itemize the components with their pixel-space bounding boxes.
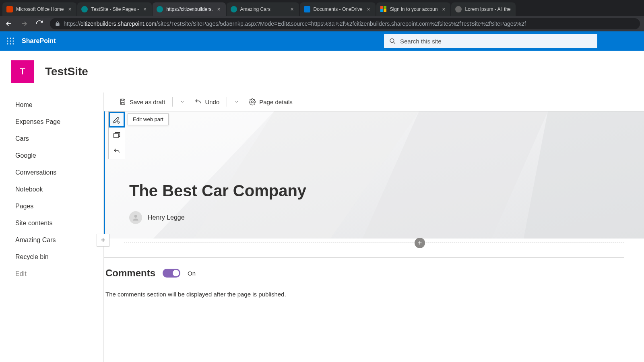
divider: [172, 97, 173, 107]
undo-icon: [194, 98, 202, 105]
app-launcher-icon[interactable]: [6, 37, 14, 45]
svg-point-21: [134, 215, 137, 218]
close-icon[interactable]: ×: [441, 6, 446, 12]
svg-point-11: [10, 43, 11, 44]
command-bar: Save as draft Undo Page details: [104, 93, 644, 111]
undo-dropdown[interactable]: [230, 97, 243, 107]
tab-title: Amazing Cars: [240, 6, 286, 12]
globe-icon: [455, 6, 462, 12]
onedrive-icon: [304, 6, 310, 12]
nav-amazing-cars[interactable]: Amazing Cars: [0, 232, 103, 249]
browser-tab[interactable]: Documents - OneDrive ×: [300, 2, 376, 16]
comments-toggle-label: On: [188, 270, 196, 277]
site-logo-letter: T: [20, 66, 25, 77]
author-name[interactable]: Henry Legge: [148, 214, 185, 221]
sharepoint-icon: [231, 6, 237, 12]
comments-title: Comments: [105, 267, 155, 279]
svg-point-6: [12, 37, 14, 39]
save-draft-button[interactable]: Save as draft: [115, 96, 169, 108]
browser-tab[interactable]: TestSite - Site Pages - ×: [77, 2, 152, 16]
svg-point-13: [390, 39, 394, 43]
nav-recycle-bin[interactable]: Recycle bin: [0, 249, 103, 265]
browser-tab[interactable]: Amazing Cars ×: [227, 2, 299, 16]
close-icon[interactable]: ×: [67, 6, 72, 12]
cursor-icon: [116, 119, 122, 126]
nav-home[interactable]: Home: [0, 97, 103, 113]
close-icon[interactable]: ×: [289, 6, 295, 12]
lock-icon: [55, 21, 60, 27]
page-title[interactable]: The Best Car Company: [129, 182, 306, 200]
browser-tab[interactable]: Lorem Ipsum - All the: [451, 2, 516, 16]
tab-title: Lorem Ipsum - All the: [465, 6, 512, 12]
svg-point-7: [7, 40, 8, 41]
site-header: T TestSite: [0, 51, 644, 93]
office-icon: [6, 6, 13, 12]
site-logo[interactable]: T: [11, 60, 34, 83]
horizontal-rule: [104, 257, 624, 258]
nav-expenses[interactable]: Expenses Page: [0, 113, 103, 130]
nav-google[interactable]: Google: [0, 147, 103, 164]
browser-tab-strip: Microsoft Office Home × TestSite - Site …: [0, 0, 644, 16]
reset-webpart-button[interactable]: [109, 143, 125, 159]
svg-point-5: [10, 37, 11, 39]
page-details-label: Page details: [259, 99, 293, 105]
url-text: https://citizenbuilders.sharepoint.com/s…: [64, 21, 526, 27]
move-webpart-button[interactable]: [109, 128, 125, 143]
nav-conversations[interactable]: Conversations: [0, 164, 103, 181]
address-bar: https://citizenbuilders.sharepoint.com/s…: [0, 16, 644, 31]
search-input[interactable]: [400, 38, 592, 45]
browser-tab[interactable]: Sign in to your accoun ×: [376, 2, 451, 16]
comments-message: The comments section will be displayed a…: [105, 291, 644, 298]
page-details-button[interactable]: Page details: [245, 96, 297, 108]
close-icon[interactable]: ×: [142, 6, 148, 12]
site-title[interactable]: TestSite: [45, 65, 88, 78]
svg-rect-3: [384, 9, 386, 12]
browser-tab[interactable]: Microsoft Office Home ×: [2, 2, 76, 16]
avatar[interactable]: [129, 211, 142, 224]
title-banner[interactable]: Edit web part The Best Car Company Henry…: [104, 111, 644, 239]
add-section-button[interactable]: +: [97, 234, 109, 247]
svg-rect-20: [114, 134, 119, 138]
author-row: Henry Legge: [129, 211, 306, 224]
forward-button[interactable]: [19, 19, 29, 29]
tab-title: Documents - OneDrive: [314, 6, 363, 12]
browser-tab-active[interactable]: https://citizenbuilders. ×: [153, 2, 225, 16]
svg-rect-0: [380, 6, 383, 9]
close-icon[interactable]: ×: [366, 6, 372, 12]
left-nav: Home Expenses Page Cars Google Conversat…: [0, 93, 104, 362]
gear-icon: [249, 98, 256, 105]
page-canvas: +: [104, 111, 644, 298]
nav-site-contents[interactable]: Site contents: [0, 215, 103, 232]
microsoft-icon: [380, 6, 387, 12]
divider: [227, 97, 227, 107]
save-draft-label: Save as draft: [130, 99, 165, 105]
add-webpart-button[interactable]: +: [415, 238, 425, 248]
search-box[interactable]: [384, 34, 597, 48]
svg-point-8: [10, 40, 11, 41]
svg-point-9: [12, 40, 14, 41]
tab-title: Microsoft Office Home: [16, 6, 64, 12]
svg-rect-2: [380, 9, 383, 12]
url-field[interactable]: https://citizenbuilders.sharepoint.com/s…: [50, 18, 640, 29]
comments-section: Comments On The comments section will be…: [104, 267, 644, 298]
tab-title: https://citizenbuilders.: [166, 6, 213, 12]
undo-label: Undo: [205, 99, 219, 105]
nav-edit[interactable]: Edit: [0, 265, 103, 282]
svg-point-14: [252, 101, 254, 103]
close-icon[interactable]: ×: [216, 6, 222, 12]
edit-webpart-button[interactable]: [109, 112, 125, 128]
save-dropdown[interactable]: [176, 97, 189, 107]
tab-title: Sign in to your accoun: [390, 6, 438, 12]
suite-bar: SharePoint: [0, 31, 644, 51]
reload-button[interactable]: [35, 19, 44, 29]
back-button[interactable]: [4, 19, 14, 29]
undo-button[interactable]: Undo: [190, 96, 223, 108]
nav-pages[interactable]: Pages: [0, 198, 103, 215]
svg-point-4: [7, 37, 8, 39]
edit-webpart-tooltip: Edit web part: [128, 113, 169, 125]
brand-label[interactable]: SharePoint: [22, 37, 56, 45]
nav-cars[interactable]: Cars: [0, 130, 103, 147]
save-icon: [119, 98, 126, 105]
comments-toggle[interactable]: [163, 269, 180, 278]
nav-notebook[interactable]: Notebook: [0, 181, 103, 198]
